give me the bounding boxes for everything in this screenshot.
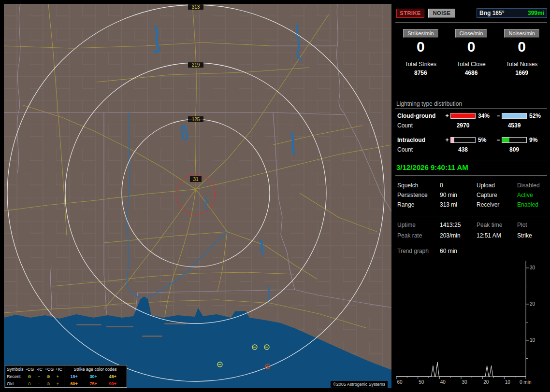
range-label: Range: [397, 200, 440, 210]
range-value: 313 mi: [440, 200, 477, 210]
ring-label-313: 313: [188, 4, 203, 10]
pos-cg-recent-icon: ⊕: [43, 374, 53, 379]
legend-divider: [64, 365, 64, 387]
squelch-value: 0: [440, 181, 477, 190]
noises-per-min-value: 0: [518, 39, 526, 55]
legend-col-ncg: -CG: [25, 367, 35, 372]
legend-recent-row: Recent ⊖ − ⊕ + 15+ 30+ 45+: [5, 373, 127, 380]
svg-text:30: 30: [530, 265, 536, 270]
plot-label: Plot: [517, 220, 547, 230]
plot-value: Strike: [517, 230, 547, 241]
trend-axes: [396, 261, 526, 377]
cg-negative-bar: [502, 113, 527, 119]
plus-sign: +: [444, 112, 450, 119]
distribution-title: Lightning type distribution: [395, 100, 547, 107]
bearing-label: Bng 165°: [479, 10, 504, 16]
separator: [395, 175, 547, 176]
intracloud-label: Intracloud: [397, 137, 444, 143]
peak-time-value: 12:51 AM: [477, 230, 517, 241]
age-45: 45+: [103, 374, 122, 379]
persistence-label: Persistence: [397, 190, 440, 200]
svg-text:0 min: 0 min: [520, 379, 531, 385]
pos-ic-old-icon: +: [53, 381, 63, 386]
svg-text:40: 40: [440, 379, 446, 385]
strike-mode-button[interactable]: STRIKE: [396, 9, 424, 18]
copyright-notice: ©2005 Astrogenic Systems: [331, 381, 388, 388]
total-strikes-value: 8756: [414, 70, 427, 76]
neg-ic-old-icon: −: [34, 381, 44, 386]
ring-label-125: 125: [188, 116, 203, 122]
bearing-display: Bng 165° 399mi: [477, 8, 547, 18]
pos-ic-recent-icon: +: [53, 374, 63, 379]
legend-old-ages: 60+ 75+ 90+: [64, 381, 127, 386]
noise-mode-button[interactable]: NOISE: [428, 9, 455, 18]
nexstorm-window: 313 219 125 31: [0, 0, 550, 392]
minus-sign: −: [495, 112, 502, 119]
noises-per-min-button[interactable]: Noises/min: [504, 29, 539, 38]
svg-text:219: 219: [192, 62, 200, 68]
trend-graph-window: 60 min: [440, 247, 547, 255]
ic-positive-pct: 5%: [476, 137, 495, 143]
total-strikes-label: Total Strikes: [405, 61, 436, 68]
trend-graph-row: Trend graph 60 min: [397, 247, 547, 255]
cloud-ground-label: Cloud-ground: [397, 112, 444, 119]
intracloud-count-row: Count 438 809: [397, 146, 547, 153]
trend-major-ticks: [396, 268, 529, 379]
total-noises-label: Total Noises: [506, 61, 537, 68]
capture-value: Active: [517, 190, 547, 200]
age-60: 60+: [64, 381, 84, 386]
age-90: 90+: [103, 381, 122, 386]
settings-row: Persistence 90 min Capture Active: [397, 190, 547, 200]
datetime-display: 3/12/2026 9:40:11 AM: [395, 163, 547, 173]
panel-top-row: STRIKE NOISE Bng 165° 399mi: [395, 8, 547, 18]
rate-counters: Strikes/min 0 Total Strikes 8756 Close/m…: [395, 29, 547, 76]
trend-tick-labels: 30 20 10 60 50 40 30 20 10 0 min: [397, 265, 535, 385]
capture-label: Capture: [477, 190, 517, 200]
legend-header-row: Symbols -CG -IC +CG +IC Strike age color…: [5, 365, 127, 373]
legend-col-pcg: +CG: [44, 367, 54, 372]
separator: [395, 160, 547, 160]
total-noises-value: 1669: [515, 70, 528, 76]
trend-minor-ticks: [407, 286, 528, 378]
map-legend: Symbols -CG -IC +CG +IC Strike age color…: [5, 365, 127, 388]
close-per-min-column: Close/min 0 Total Close 4686: [446, 29, 497, 76]
status-block: Uptime 1413:25 Peak time Plot Peak rate …: [395, 220, 547, 241]
svg-text:20: 20: [530, 301, 536, 307]
peak-rate-value: 203/min: [440, 230, 477, 241]
uptime-value: 1413:25: [440, 220, 477, 230]
total-close-label: Total Close: [457, 61, 485, 68]
persistence-value: 90 min: [440, 190, 477, 200]
trend-graph: 30 20 10 60 50 40 30 20 10 0 min: [395, 257, 547, 388]
cg-positive-bar-fill: [451, 113, 475, 118]
svg-text:31: 31: [193, 177, 199, 182]
pos-cg-old-icon: ⊕: [43, 381, 53, 386]
age-75: 75+: [84, 381, 103, 386]
upload-value: Disabled: [517, 181, 547, 190]
ic-count-label: Count: [397, 146, 444, 153]
ring-label-219: 219: [188, 62, 203, 68]
settings-block: Squelch 0 Upload Disabled Persistence 90…: [395, 181, 547, 210]
ring-label-31: 31: [190, 176, 202, 182]
close-per-min-button[interactable]: Close/min: [455, 29, 488, 38]
cg-negative-count: 4539: [502, 122, 527, 129]
strikes-per-min-button[interactable]: Strikes/min: [403, 29, 438, 38]
cg-positive-pct: 34%: [476, 112, 495, 119]
legend-col-pic: +IC: [54, 367, 64, 372]
lightning-map[interactable]: 313 219 125 31: [4, 4, 391, 388]
strikes-per-min-value: 0: [417, 39, 425, 55]
age-30: 30+: [84, 374, 103, 379]
neg-ic-recent-icon: −: [34, 374, 44, 379]
squelch-label: Squelch: [397, 181, 440, 190]
legend-old-label: Old: [5, 381, 25, 386]
uptime-label: Uptime: [397, 220, 440, 230]
stats-panel: STRIKE NOISE Bng 165° 399mi Strikes/min …: [395, 4, 547, 388]
svg-text:30: 30: [462, 379, 467, 385]
legend-recent-ages: 15+ 30+ 45+: [64, 374, 127, 379]
svg-text:10: 10: [505, 379, 511, 385]
map-area[interactable]: 313 219 125 31: [4, 4, 391, 388]
intracloud-row: Intracloud + 5% − 9%: [397, 137, 547, 143]
svg-text:50: 50: [419, 379, 424, 385]
legend-recent-label: Recent: [5, 374, 25, 379]
legend-old-row: Old ⊖ − ⊕ + 60+ 75+ 90+: [5, 380, 127, 387]
ic-negative-bar-fill: [502, 138, 509, 142]
